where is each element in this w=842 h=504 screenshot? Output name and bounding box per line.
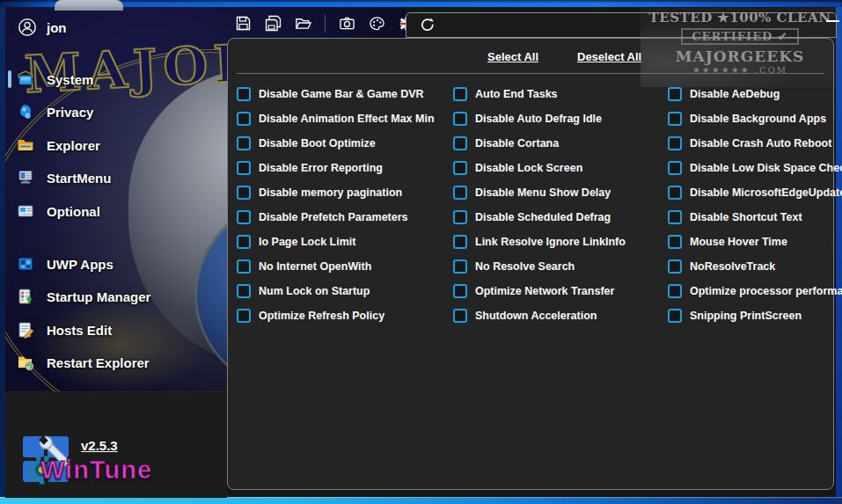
save-all-button[interactable] (265, 15, 282, 32)
tweaks-column-2: Auto End Tasks Disable Auto Defrag Idle … (453, 82, 664, 328)
checkbox[interactable] (237, 112, 251, 126)
sidebar-item-system[interactable]: System (16, 66, 93, 92)
checkbox[interactable] (668, 112, 682, 126)
checkbox[interactable] (453, 235, 467, 249)
sidebar-item-hosts-edit[interactable]: Hosts Edit (16, 317, 112, 343)
sidebar-item-startup-manager[interactable]: Startup Manager (16, 283, 150, 310)
sidebar-item-optional[interactable]: Optional (16, 198, 100, 224)
sidebar-item-startmenu[interactable]: StartMenu (16, 164, 111, 191)
sidebar-item-explorer[interactable]: Explorer (16, 132, 100, 158)
theme-button[interactable] (369, 15, 385, 32)
tweak-item[interactable]: Disable Auto Defrag Idle (453, 106, 664, 131)
tweak-item[interactable]: Optimize Network Transfer (453, 279, 664, 303)
checkbox[interactable] (237, 309, 251, 323)
tweak-item[interactable]: Auto End Tasks (453, 82, 664, 106)
app-name-logo: WinTune (40, 456, 152, 485)
tweak-item[interactable]: Shutdown Acceleration (453, 303, 664, 328)
tweak-item[interactable]: No Resolve Search (453, 254, 664, 279)
tweak-item[interactable]: Disable Animation Effect Max Min (237, 106, 450, 131)
open-folder-icon (295, 15, 311, 32)
tweak-item[interactable]: Disable Boot Optimize (237, 131, 450, 156)
tweak-item[interactable]: No Internet OpenWith (237, 254, 450, 279)
checkbox[interactable] (668, 87, 682, 101)
checkbox[interactable] (237, 186, 251, 200)
checkbox[interactable] (668, 136, 682, 150)
checkbox[interactable] (237, 284, 251, 298)
tweak-item[interactable]: Disable Menu Show Delay (453, 180, 664, 205)
checkbox[interactable] (237, 235, 251, 249)
tweak-item[interactable]: Io Page Lock Limit (237, 230, 450, 254)
checkbox[interactable] (237, 210, 251, 224)
sidebar-item-label: Startup Manager (47, 289, 150, 304)
tweak-item[interactable]: Disable Lock Screen (453, 156, 664, 180)
panel-separator (237, 73, 824, 74)
tweak-item[interactable]: Disable Error Reporting (237, 156, 450, 180)
tweak-item[interactable]: Link Resolve Ignore LinkInfo (453, 230, 664, 254)
checkbox[interactable] (668, 284, 682, 298)
tweak-item[interactable]: Num Lock on Startup (237, 279, 450, 303)
user-avatar-icon (18, 18, 37, 37)
save-button[interactable] (235, 15, 252, 32)
desktop-artifact (55, 0, 123, 11)
tweak-item[interactable]: NoResolveTrack (668, 254, 830, 279)
startmenu-icon (16, 168, 35, 187)
checkbox[interactable] (237, 87, 251, 101)
main-toolbar (227, 9, 415, 38)
tweak-item[interactable]: Optimize processor performance (668, 279, 830, 303)
version-link[interactable]: v2.5.3 (81, 438, 118, 453)
sidebar-item-label: UWP Apps (47, 257, 113, 272)
screenshot-button[interactable] (339, 15, 355, 32)
checkbox[interactable] (453, 112, 467, 126)
user-account-button[interactable]: jon (18, 18, 67, 37)
tweak-item[interactable]: Disable memory pagination (237, 180, 450, 205)
checkbox[interactable] (453, 161, 467, 175)
deselect-all-link[interactable]: Deselect All (577, 50, 641, 63)
tweak-item[interactable]: Disable MicrosoftEdgeUpdateTask (668, 180, 830, 205)
tweak-item[interactable]: Disable Scheduled Defrag (453, 205, 664, 230)
app-window: MAJOR jon System (0, 0, 842, 504)
sidebar-item-privacy[interactable]: Privacy (16, 99, 93, 125)
checkbox[interactable] (668, 210, 682, 224)
minimize-button[interactable] (825, 16, 841, 26)
checkbox[interactable] (668, 161, 682, 175)
tweaks-column-1: Disable Game Bar & Game DVR Disable Anim… (237, 82, 450, 328)
startup-manager-icon (16, 287, 35, 306)
checkbox[interactable] (668, 186, 682, 200)
toolbar-separator (325, 15, 326, 33)
refresh-button[interactable] (419, 17, 436, 34)
checkbox[interactable] (668, 259, 682, 274)
checkbox[interactable] (453, 136, 467, 150)
open-file-button[interactable] (295, 15, 311, 32)
sidebar-item-uwp-apps[interactable]: UWP Apps (16, 251, 113, 277)
selected-item-indicator (8, 70, 11, 88)
checkbox[interactable] (453, 186, 467, 200)
sidebar-item-label: Privacy (47, 105, 93, 120)
tweak-item[interactable]: Mouse Hover Time (668, 230, 830, 254)
tweak-item[interactable]: Disable Game Bar & Game DVR (237, 82, 450, 106)
checkbox[interactable] (453, 284, 467, 298)
restart-explorer-icon (16, 353, 35, 372)
checkbox[interactable] (237, 136, 251, 150)
checkbox[interactable] (237, 161, 251, 175)
tweaks-panel: Select All Deselect All Disable Game Bar… (227, 38, 834, 490)
tweak-item[interactable]: Optimize Refresh Policy (237, 303, 450, 328)
sidebar-item-restart-explorer[interactable]: Restart Explorer (16, 349, 150, 376)
tweak-item[interactable]: Disable Background Apps (668, 106, 830, 131)
tweak-item[interactable]: Disable Low Disk Space Checks (668, 156, 830, 180)
tweak-item[interactable]: Disable Prefetch Parameters (237, 205, 450, 230)
save-icon (235, 15, 252, 32)
checkbox[interactable] (453, 309, 467, 323)
checkbox[interactable] (453, 87, 467, 101)
checkbox[interactable] (453, 259, 467, 274)
tweak-item[interactable]: Snipping PrintScreen (668, 303, 830, 328)
tweak-item[interactable]: Disable Crash Auto Reboot (668, 131, 830, 156)
camera-icon (339, 15, 355, 32)
checkbox[interactable] (668, 309, 682, 323)
tweak-item[interactable]: Disable AeDebug (668, 82, 830, 106)
checkbox[interactable] (453, 210, 467, 224)
checkbox[interactable] (668, 235, 682, 249)
tweak-item[interactable]: Disable Cortana (453, 131, 664, 156)
tweak-item[interactable]: Disable Shortcut Text (668, 205, 830, 230)
checkbox[interactable] (237, 259, 251, 274)
select-all-link[interactable]: Select All (487, 50, 538, 63)
